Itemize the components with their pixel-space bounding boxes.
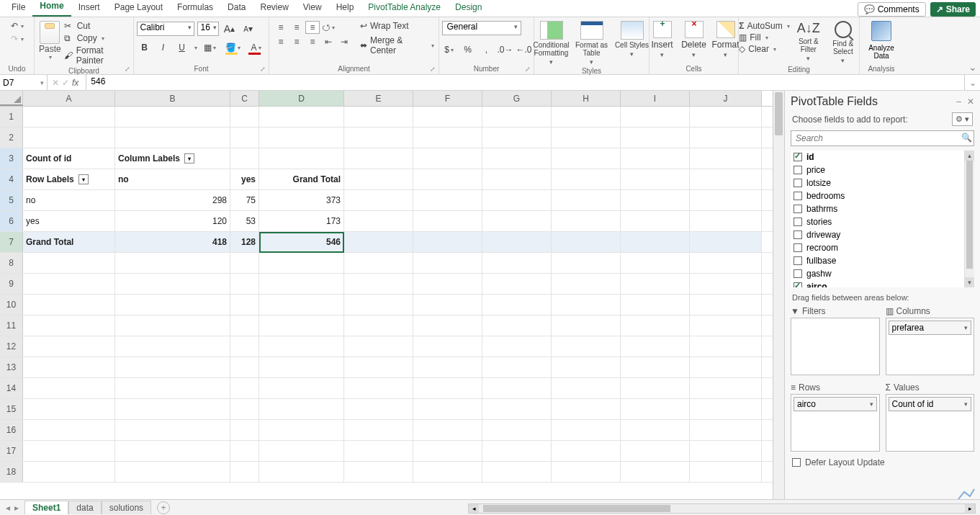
cell-B8[interactable] [115, 253, 230, 273]
cell-D5[interactable]: 373 [259, 190, 344, 210]
cell-I13[interactable] [621, 357, 690, 377]
comma-button[interactable]: , [480, 42, 494, 57]
cell-A1[interactable] [23, 107, 115, 127]
cell-C6[interactable]: 53 [230, 211, 259, 231]
share-button[interactable]: ↗ Share [930, 2, 976, 17]
font-color-button[interactable]: A▾ [246, 40, 266, 55]
cell-G6[interactable] [482, 211, 552, 231]
accounting-button[interactable]: $▾ [442, 42, 457, 57]
decrease-font-button[interactable]: A▾ [240, 21, 256, 37]
cell-J7[interactable] [690, 232, 762, 252]
cell-H14[interactable] [552, 378, 621, 398]
field-chk-fullbase[interactable] [794, 256, 802, 265]
panel-close-button[interactable]: ✕ [967, 97, 974, 107]
field-driveway[interactable]: driveway [806, 230, 840, 240]
analyze-data-button[interactable]: Analyze Data [864, 44, 899, 60]
cell-A10[interactable] [23, 295, 115, 315]
cell-B10[interactable] [115, 295, 230, 315]
field-chk-recroom[interactable] [794, 243, 802, 252]
cell-A7[interactable]: Grand Total [23, 232, 115, 252]
cell-E16[interactable] [344, 420, 413, 440]
cell-B12[interactable] [115, 336, 230, 357]
cell-G16[interactable] [482, 420, 552, 440]
vertical-scrollbar[interactable] [773, 91, 784, 505]
cell-J4[interactable] [690, 169, 762, 189]
field-bedrooms[interactable]: bedrooms [806, 191, 845, 201]
redo-button[interactable]: ↷▾ [11, 34, 24, 44]
cell-I12[interactable] [621, 336, 690, 357]
field-chk-airco[interactable] [794, 282, 802, 287]
sheet-tab-solutions[interactable]: solutions [102, 501, 151, 514]
cell-C5[interactable]: 75 [230, 190, 259, 210]
cell-H4[interactable] [552, 169, 621, 189]
cell-J18[interactable] [690, 462, 762, 482]
cell-H17[interactable] [552, 441, 621, 461]
cell-B11[interactable] [115, 315, 230, 336]
comments-button[interactable]: 💬 Comments [858, 2, 926, 17]
cell-C7[interactable]: 128 [230, 232, 259, 252]
row-header-18[interactable]: 18 [0, 462, 23, 482]
cell-C11[interactable] [230, 315, 259, 336]
cell-J6[interactable] [690, 211, 762, 231]
cell-F15[interactable] [413, 399, 482, 419]
copy-button[interactable]: ⧉Copy▾ [64, 33, 129, 43]
menu-formulas[interactable]: Formulas [170, 0, 220, 17]
sort-filter-button[interactable]: A↓ZSort & Filter▾ [793, 21, 824, 62]
cell-J11[interactable] [690, 315, 762, 336]
row-header-13[interactable]: 13 [0, 357, 23, 377]
tab-nav-first[interactable]: ◂ [6, 503, 10, 513]
menu-view[interactable]: View [296, 0, 329, 17]
cell-I11[interactable] [621, 315, 690, 336]
worksheet[interactable]: A B C D E F G H I J 1 2 3 Count of id Co… [0, 91, 773, 505]
fields-scroll-thumb[interactable] [966, 161, 973, 269]
underline-button[interactable]: U [174, 40, 190, 55]
font-dialog-launcher[interactable]: ⤢ [260, 66, 266, 73]
cell-I1[interactable] [621, 107, 690, 127]
cell-A2[interactable] [23, 127, 115, 148]
cell-D3[interactable] [259, 148, 344, 169]
menu-home[interactable]: Home [32, 0, 71, 17]
cell-D12[interactable] [259, 336, 344, 357]
field-id[interactable]: id [806, 152, 814, 162]
align-right-button[interactable]: ≡ [305, 35, 320, 48]
cell-B5[interactable]: 298 [115, 190, 230, 210]
row-header-3[interactable]: 3 [0, 148, 23, 169]
cell-G14[interactable] [482, 378, 552, 398]
cell-D14[interactable] [259, 378, 344, 398]
align-top-button[interactable]: ≡ [274, 21, 288, 34]
col-header-E[interactable]: E [344, 91, 413, 106]
cell-F9[interactable] [413, 274, 482, 294]
cell-I17[interactable] [621, 441, 690, 461]
cell-D6[interactable]: 173 [259, 211, 344, 231]
cell-H8[interactable] [552, 253, 621, 273]
autosum-button[interactable]: ΣAutoSum▾ [739, 21, 790, 31]
cell-H10[interactable] [552, 295, 621, 315]
cell-E17[interactable] [344, 441, 413, 461]
cell-F18[interactable] [413, 462, 482, 482]
cell-G8[interactable] [482, 253, 552, 273]
menu-page-layout[interactable]: Page Layout [107, 0, 170, 17]
cell-F1[interactable] [413, 107, 482, 127]
fields-scroll-up[interactable]: ▲ [965, 151, 974, 161]
row-header-12[interactable]: 12 [0, 336, 23, 357]
col-header-D[interactable]: D [259, 91, 344, 106]
col-header-F[interactable]: F [413, 91, 482, 106]
cell-A14[interactable] [23, 378, 115, 398]
field-fullbase[interactable]: fullbase [806, 256, 836, 266]
cell-C2[interactable] [230, 127, 259, 148]
horizontal-scrollbar[interactable]: ◂ ▸ [468, 503, 976, 514]
border-button[interactable]: ▦▾ [200, 40, 220, 55]
cell-D4[interactable]: Grand Total [259, 169, 344, 189]
col-header-A[interactable]: A [23, 91, 115, 106]
cell-G1[interactable] [482, 107, 552, 127]
values-box[interactable]: Count of id▾ [886, 394, 975, 452]
row-header-4[interactable]: 4 [0, 169, 23, 189]
increase-font-button[interactable]: A▴ [222, 21, 238, 37]
columns-box[interactable]: prefarea▾ [886, 318, 975, 375]
column-labels-dropdown[interactable]: ▾ [184, 153, 194, 164]
cell-H3[interactable] [552, 148, 621, 169]
hscroll-right[interactable]: ▸ [965, 504, 975, 513]
row-header-16[interactable]: 16 [0, 420, 23, 440]
field-recroom[interactable]: recroom [806, 243, 838, 253]
cell-G7[interactable] [482, 232, 552, 252]
